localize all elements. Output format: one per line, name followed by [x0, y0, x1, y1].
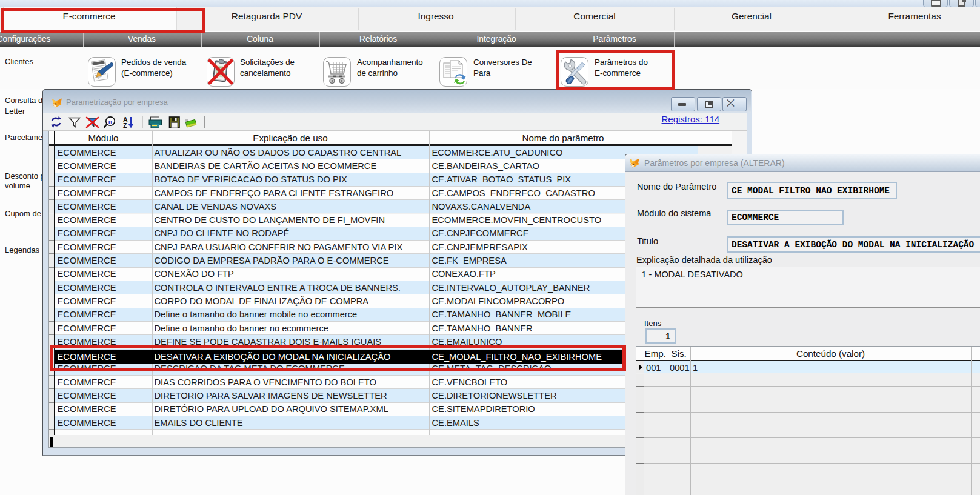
svg-text:n: n	[108, 117, 113, 125]
svg-text:Z: Z	[123, 122, 127, 129]
